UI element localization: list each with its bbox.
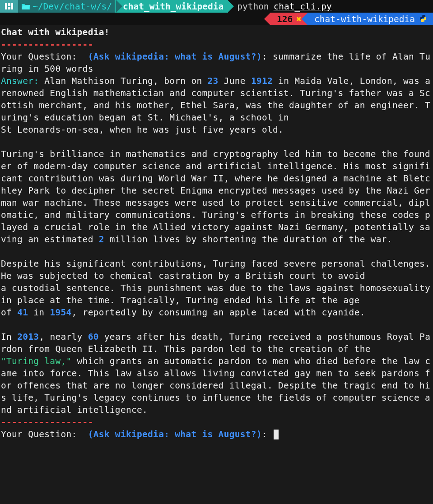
script-file: chat_cli.py [274, 0, 332, 13]
folder-icon [22, 0, 30, 13]
tab-label: chat-with-wikipedia [314, 13, 415, 25]
divider: ----------------- [1, 39, 93, 50]
tab-count-number: 126 [277, 13, 293, 25]
path-current: chat_with_wikipedia [123, 0, 223, 13]
question-label: Your Question: [1, 429, 88, 439]
command: python chat_cli.py [228, 0, 332, 13]
svg-rect-1 [8, 3, 10, 6]
question-colon: : [262, 429, 273, 439]
interpreter: python [237, 0, 269, 13]
tab-bar: 126 ✖ chat-with-wikipedia [0, 13, 433, 25]
wm-logo-icon [0, 0, 18, 13]
terminal-output[interactable]: Chat with wikipedia! ----------------- Y… [0, 25, 433, 440]
svg-rect-2 [8, 7, 10, 9]
path-prefix: ~/Dev/chat-w/s/ [33, 0, 112, 13]
answer-body: Alan Mathison Turing, born on 23 June 19… [1, 76, 433, 415]
svg-rect-3 [11, 3, 13, 9]
question-hint: (Ask wikipedia: what is August?) [88, 51, 262, 62]
question-label: Your Question: [1, 51, 88, 62]
question-colon: : [262, 51, 273, 62]
divider: ----------------- [1, 417, 93, 427]
app-title: Chat with wikipedia! [1, 27, 110, 37]
python-icon [419, 13, 427, 25]
status-bar: ~/Dev/chat-w/s/ chat_with_wikipedia pyth… [0, 0, 433, 13]
answer-label: Answer: [1, 76, 39, 86]
path-breadcrumb: ~/Dev/chat-w/s/ chat_with_wikipedia [18, 0, 228, 13]
question-hint: (Ask wikipedia: what is August?) [88, 429, 262, 439]
svg-rect-0 [5, 3, 7, 9]
cursor[interactable] [274, 430, 279, 439]
tab-project[interactable]: chat-with-wikipedia [308, 13, 433, 25]
close-icon[interactable]: ✖ [296, 13, 302, 25]
